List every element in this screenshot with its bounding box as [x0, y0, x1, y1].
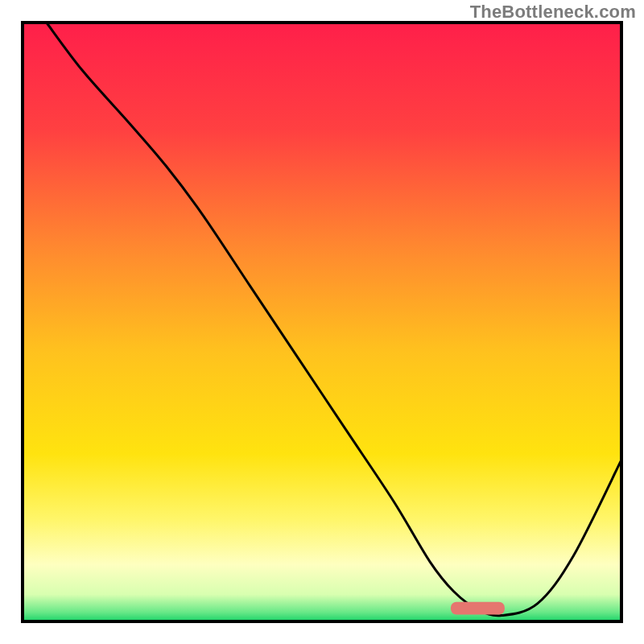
bottleneck-chart	[0, 0, 644, 644]
chart-container: TheBottleneck.com	[0, 0, 644, 644]
watermark-label: TheBottleneck.com	[470, 2, 636, 23]
optimum-marker	[451, 602, 505, 615]
plot-background	[23, 23, 621, 621]
